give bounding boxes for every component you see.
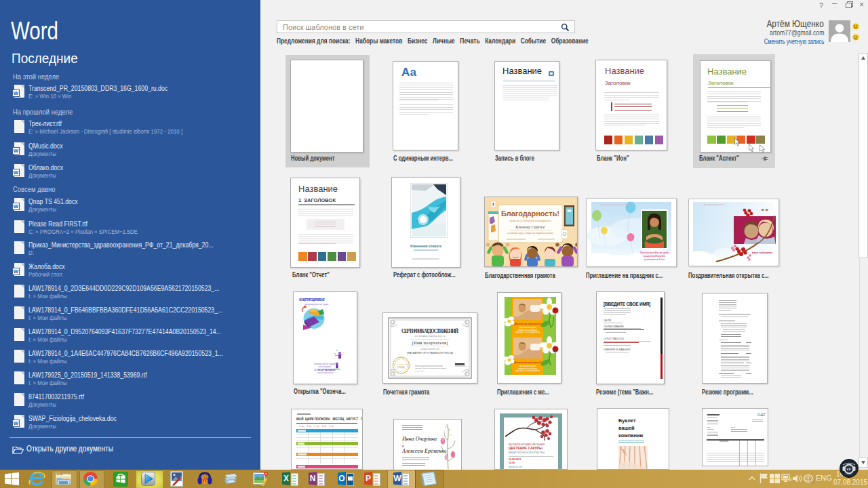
svg-text:рождения нашей дочки: рождения нашей дочки (518, 329, 538, 331)
svg-text:ваше сообщение: ваше сообщение (752, 251, 772, 254)
svg-text:СЕРТИФИКАТДОСТИЖЕНИЙ: СЕРТИФИКАТДОСТИЖЕНИЙ (401, 328, 458, 334)
svg-text:исполняется 5 лет: исполняется 5 лет (644, 258, 665, 261)
svg-text:КОНФЕТТИ-ПОЗДРАВЛЕНИЕ: КОНФЕТТИ-ПОЗДРАВЛЕНИЕ (299, 298, 325, 302)
svg-text:С ОКОНЧАНИЕМ!: С ОКОНЧАНИЕМ! (315, 369, 336, 371)
svg-text:Приглашаем Вас на день: Приглашаем Вас на день (640, 251, 669, 254)
svg-text:с окончанием школы: с окончанием школы (316, 372, 333, 374)
svg-text:успешно окончил (-ла): успешно окончил (-ла) (420, 348, 439, 350)
svg-text:этот сертификат свидетельствуе: этот сертификат свидетельствует, что (414, 335, 446, 338)
svg-text:организации: организации (415, 370, 425, 372)
svg-text:[Имя получателя]: [Имя получателя] (412, 340, 448, 345)
svg-text:поздравляем от души: поздравляем от души (304, 303, 328, 306)
svg-text:[Маленькая принцесса!]: [Маленькая принцесса!] (514, 323, 542, 325)
svg-text:ждем вас в гости непременно: ждем вас в гости непременно (515, 370, 540, 372)
svg-text:за помощь (день, когда она тво: за помощь (день, когда она творилась маг… (507, 232, 553, 235)
svg-text:школа № 12 Объявляется благод: школа № 12 Объявляется благодарность (509, 220, 551, 222)
svg-text:рождения/Лизы Ев: рождения/Лизы Ев (644, 255, 665, 258)
svg-text:во всех делах: во всех делах (319, 365, 332, 368)
svg-text:п р и г л а ш е н и е н а: п р и г л а ш е н и е н а п р а з д н и … (600, 203, 633, 206)
svg-text:рождения нашей дочки: рождения нашей дочки (518, 367, 538, 370)
svg-text:[ГОД]: [ГОД] (397, 365, 405, 369)
svg-text:ждем вас в гости непременно: ждем вас в гости непременно (515, 331, 540, 333)
svg-text:Благодарность!: Благодарность! (501, 209, 559, 218)
svg-text:Климову Сереже: Климову Сереже (515, 225, 545, 229)
svg-text:[НАЗВАНИЕ ПРОГРАММЫ/ПРОЕКТА]: [НАЗВАНИЕ ПРОГРАММЫ/ПРОЕКТА] (407, 352, 453, 354)
svg-text:с д н е м р о ж д е н и я !: с д н е м р о ж д е н и я ! (703, 203, 724, 206)
svg-text:[Маленькая принцесса!]: [Маленькая принцесса!] (514, 361, 542, 364)
